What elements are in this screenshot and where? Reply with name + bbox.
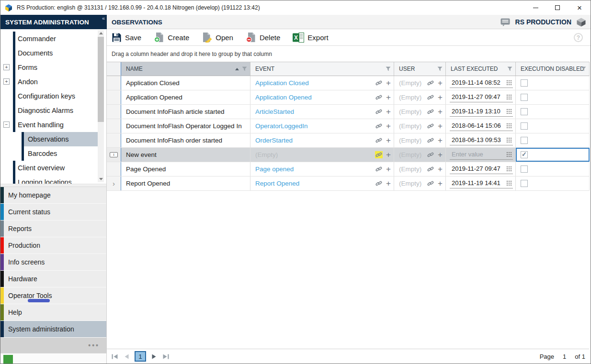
column-header-last-executed[interactable]: LAST EXECUTED xyxy=(446,62,516,76)
user-value[interactable]: (Empty) xyxy=(394,94,421,101)
last-executed-cell[interactable]: 2019-11-19 14:41 xyxy=(446,176,516,190)
sidebar-tree-item[interactable]: Documents xyxy=(0,46,106,60)
scroll-up-icon[interactable] xyxy=(98,30,104,36)
table-row[interactable]: Document InfoFlash article startedArticl… xyxy=(107,105,590,119)
date-picker-icon[interactable] xyxy=(506,180,512,186)
add-icon[interactable]: + xyxy=(438,108,443,116)
sidebar-tree-item[interactable]: Logging locations xyxy=(0,175,106,184)
nav-item-hardware[interactable]: Hardware xyxy=(0,271,106,287)
user-value[interactable]: (Empty) xyxy=(394,108,421,115)
user-cell[interactable]: (Empty)+ xyxy=(394,119,446,133)
collapse-panel-icon[interactable]: « xyxy=(102,15,105,21)
execution-disabled-checkbox[interactable] xyxy=(521,165,528,173)
execution-disabled-cell[interactable] xyxy=(516,162,590,176)
add-icon[interactable]: + xyxy=(438,151,443,159)
name-cell[interactable]: Application Opened xyxy=(121,90,250,104)
nav-item-system-administration[interactable]: System administration xyxy=(0,321,106,338)
event-value[interactable]: Report Opened xyxy=(250,180,299,187)
execution-disabled-checkbox[interactable] xyxy=(521,122,528,130)
event-value[interactable]: OperatorLoggedIn xyxy=(250,122,308,130)
minimize-button[interactable] xyxy=(524,0,546,15)
table-row[interactable]: Document InfoFlash Operator Logged InOpe… xyxy=(107,119,590,133)
execution-disabled-checkbox[interactable] xyxy=(521,180,528,187)
link-icon[interactable] xyxy=(427,165,434,173)
link-icon[interactable] xyxy=(427,180,434,187)
sidebar-tree-item[interactable]: −Event handling xyxy=(0,118,106,132)
link-icon[interactable] xyxy=(375,137,383,144)
user-value[interactable]: (Empty) xyxy=(394,79,421,87)
last-executed-value[interactable]: 2019-11-27 09:47 xyxy=(450,165,500,172)
create-button[interactable]: Create xyxy=(154,32,189,43)
table-row[interactable]: INew event(Empty)+(Empty)+Enter value xyxy=(107,148,590,162)
add-icon[interactable]: + xyxy=(386,122,391,130)
add-icon[interactable]: + xyxy=(386,108,391,116)
nav-item-production[interactable]: Production xyxy=(0,237,106,254)
event-value[interactable]: Application Closed xyxy=(250,79,309,87)
prev-page-button[interactable] xyxy=(124,353,129,360)
column-header-user[interactable]: USER xyxy=(394,62,446,76)
table-row[interactable]: Application ClosedApplication Closed+(Em… xyxy=(107,76,590,90)
collapse-icon[interactable]: − xyxy=(3,121,10,128)
filter-icon[interactable] xyxy=(242,66,247,71)
event-cell[interactable]: OrderStarted+ xyxy=(250,133,394,147)
event-cell[interactable]: Application Closed+ xyxy=(250,76,394,90)
add-icon[interactable]: + xyxy=(386,151,391,159)
sidebar-tree-item[interactable]: Diagnostic Alarms xyxy=(0,103,106,118)
execution-disabled-checkbox[interactable] xyxy=(521,151,528,158)
add-icon[interactable]: + xyxy=(438,122,443,130)
execution-disabled-checkbox[interactable] xyxy=(521,79,528,87)
last-executed-cell[interactable]: 2019-11-14 08:52 xyxy=(446,76,516,90)
column-header-execution-disabled[interactable]: EXECUTION DISABLED xyxy=(516,62,590,76)
open-button[interactable]: Open xyxy=(202,32,233,43)
execution-disabled-cell[interactable] xyxy=(516,76,590,90)
add-icon[interactable]: + xyxy=(438,79,443,87)
user-value[interactable]: (Empty) xyxy=(394,180,421,187)
event-cell[interactable]: Report Opened+ xyxy=(250,176,394,190)
event-cell[interactable]: ArticleStarted+ xyxy=(250,105,394,119)
add-icon[interactable]: + xyxy=(386,93,391,101)
table-row[interactable]: Application OpenedApplication Opened+(Em… xyxy=(107,90,590,105)
event-value[interactable]: ArticleStarted xyxy=(250,108,294,115)
user-value[interactable]: (Empty) xyxy=(394,151,421,158)
add-icon[interactable]: + xyxy=(386,179,391,188)
add-icon[interactable]: + xyxy=(386,79,391,87)
link-icon[interactable] xyxy=(375,94,383,101)
nav-item-my-homepage[interactable]: My homepage xyxy=(0,187,106,204)
last-executed-cell[interactable]: 2018-06-14 15:06 xyxy=(446,119,516,133)
last-executed-value[interactable]: 2019-11-19 13:10 xyxy=(450,108,500,115)
maximize-button[interactable] xyxy=(546,0,568,15)
date-picker-icon[interactable] xyxy=(506,109,512,114)
execution-disabled-cell[interactable] xyxy=(516,148,590,162)
execution-disabled-checkbox[interactable] xyxy=(521,94,528,101)
name-cell[interactable]: Report Opened xyxy=(121,176,250,190)
execution-disabled-cell[interactable] xyxy=(516,176,590,190)
name-cell[interactable]: Document InfoFlash Operator Logged In xyxy=(121,119,250,133)
sidebar-tree-item[interactable]: Configuration keys xyxy=(0,89,106,103)
sidebar-tree-item[interactable]: Observations xyxy=(0,132,106,146)
link-icon[interactable] xyxy=(427,108,434,115)
event-value[interactable]: OrderStarted xyxy=(250,137,293,144)
nav-item-operator-tools[interactable]: Operator Tools xyxy=(0,287,106,304)
filter-icon[interactable] xyxy=(581,66,586,71)
execution-disabled-cell[interactable] xyxy=(516,90,590,104)
event-value[interactable]: Application Opened xyxy=(250,94,312,101)
link-icon[interactable] xyxy=(375,165,383,173)
link-icon[interactable] xyxy=(375,79,383,87)
event-cell[interactable]: OperatorLoggedIn+ xyxy=(250,119,394,133)
last-executed-value[interactable]: 2019-11-19 14:41 xyxy=(450,179,500,187)
event-value[interactable]: Page opened xyxy=(250,165,294,173)
add-icon[interactable]: + xyxy=(386,165,391,173)
table-row[interactable]: Page OpenedPage opened+(Empty)+2019-11-2… xyxy=(107,162,590,176)
execution-disabled-cell[interactable] xyxy=(516,133,590,147)
user-value[interactable]: (Empty) xyxy=(394,137,421,144)
name-cell[interactable]: New event xyxy=(121,148,250,162)
help-button[interactable]: ? xyxy=(574,33,583,42)
close-button[interactable]: × xyxy=(568,0,591,15)
expand-icon[interactable]: + xyxy=(3,64,10,70)
save-button[interactable]: Save xyxy=(112,33,141,43)
sidebar-splitter[interactable]: ···· xyxy=(0,184,106,187)
link-icon[interactable] xyxy=(427,151,434,158)
link-icon[interactable] xyxy=(375,108,383,115)
filter-icon[interactable] xyxy=(437,66,443,71)
delete-button[interactable]: Delete xyxy=(246,32,280,43)
